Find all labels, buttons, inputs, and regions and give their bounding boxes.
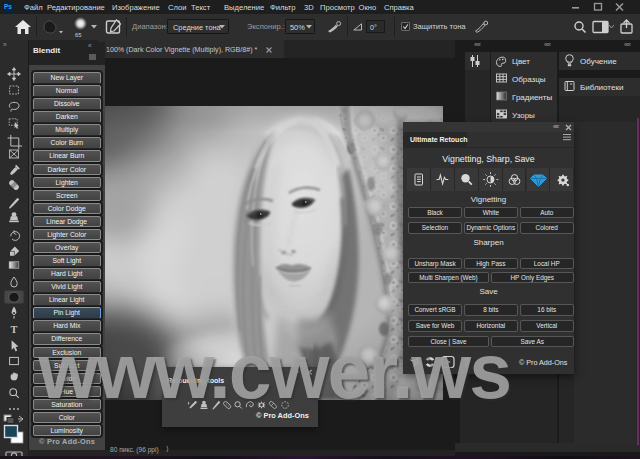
svg-text:T: T	[11, 324, 18, 335]
